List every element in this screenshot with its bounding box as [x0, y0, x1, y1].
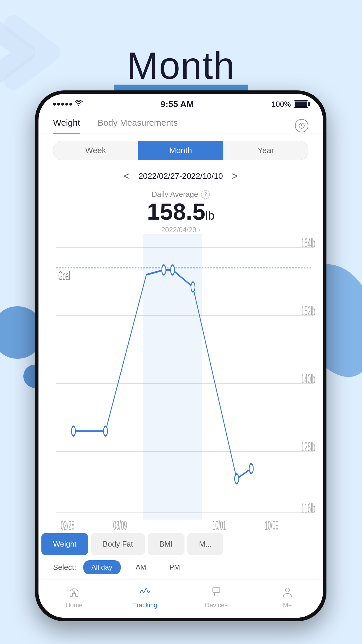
signal-dot-4	[65, 103, 68, 106]
select-pm[interactable]: PM	[161, 560, 188, 574]
svg-text:140lb: 140lb	[301, 371, 315, 386]
period-month-button[interactable]: Month	[138, 141, 223, 160]
page-title: Month	[127, 44, 235, 88]
battery-icon	[294, 100, 308, 108]
page-title-area: Month	[0, 44, 362, 93]
tracking-icon	[138, 584, 152, 599]
signal-dot-5	[69, 103, 72, 106]
signal-indicator	[53, 103, 72, 106]
nav-tracking[interactable]: Tracking	[110, 584, 181, 609]
date-prev-button[interactable]: <	[124, 170, 130, 182]
time-select-row: Select: All day AM PM	[38, 555, 323, 580]
period-year-button[interactable]: Year	[223, 141, 308, 160]
date-range-row: < 2022/02/27-2022/10/10 >	[38, 167, 323, 187]
svg-text:02/28: 02/28	[61, 518, 75, 532]
nav-home[interactable]: Home	[38, 584, 110, 609]
period-week-button[interactable]: Week	[53, 141, 138, 160]
svg-text:128lb: 128lb	[301, 440, 315, 455]
svg-point-0	[78, 105, 79, 106]
nav-devices[interactable]: Devices	[181, 584, 252, 609]
select-label: Select:	[53, 563, 76, 572]
me-icon	[280, 584, 295, 599]
home-icon	[67, 584, 81, 599]
nav-home-label: Home	[66, 601, 83, 609]
metric-tab-body-fat[interactable]: Body Fat	[91, 533, 145, 555]
nav-me-label: Me	[283, 601, 292, 609]
nav-devices-label: Devices	[205, 601, 228, 609]
weight-date-arrow[interactable]: ›	[198, 226, 200, 234]
daily-average-label: Daily Average ?	[53, 190, 308, 199]
svg-text:10/09: 10/09	[265, 518, 279, 532]
status-left	[53, 100, 83, 108]
svg-text:152lb: 152lb	[301, 303, 315, 318]
weight-value-display: 158.5lb	[53, 199, 308, 225]
svg-rect-14	[143, 234, 202, 519]
date-range-text: 2022/02/27-2022/10/10	[138, 172, 223, 181]
main-tab-bar: Weight Body Measurements	[38, 112, 323, 134]
metric-tab-weight[interactable]: Weight	[41, 533, 88, 555]
nav-tracking-label: Tracking	[133, 601, 157, 609]
weight-date-display: 2022/04/20 ›	[53, 226, 308, 234]
phone-screen: 9:55 AM 100% Weight Body Measurements	[38, 94, 323, 618]
svg-point-21	[249, 464, 253, 473]
help-icon[interactable]: ?	[201, 190, 210, 199]
status-right: 100%	[271, 100, 308, 109]
weight-chart: 164lb 152lb 140lb 128lb 116lb Goal	[38, 234, 323, 533]
svg-text:Goal: Goal	[58, 268, 70, 283]
select-allday[interactable]: All day	[83, 560, 121, 574]
svg-rect-26	[213, 588, 220, 592]
bottom-navigation: Home Tracking	[38, 580, 323, 618]
svg-point-20	[235, 474, 239, 484]
signal-dot-2	[57, 103, 60, 106]
nav-me[interactable]: Me	[252, 584, 323, 609]
svg-point-18	[171, 265, 175, 275]
signal-dot-1	[53, 103, 56, 106]
svg-point-19	[191, 282, 195, 292]
svg-point-17	[162, 265, 166, 275]
svg-point-16	[103, 426, 108, 436]
metric-tab-bmi[interactable]: BMI	[148, 533, 184, 555]
svg-point-30	[285, 588, 289, 592]
svg-rect-27	[215, 593, 218, 596]
status-time: 9:55 AM	[161, 99, 194, 109]
svg-point-15	[71, 426, 75, 436]
signal-dot-3	[61, 103, 64, 106]
select-am[interactable]: AM	[128, 560, 154, 574]
svg-text:164lb: 164lb	[301, 235, 315, 251]
history-icon[interactable]	[295, 119, 308, 132]
wifi-icon	[75, 100, 83, 108]
chart-svg: 164lb 152lb 140lb 128lb 116lb Goal	[38, 234, 323, 533]
stats-section: Daily Average ? 158.5lb 2022/04/20 ›	[38, 187, 323, 234]
svg-text:116lb: 116lb	[301, 501, 315, 516]
status-bar: 9:55 AM 100%	[38, 94, 323, 112]
tab-weight[interactable]: Weight	[53, 118, 80, 134]
metric-tab-bar: Weight Body Fat BMI M...	[38, 533, 323, 555]
phone-frame: 9:55 AM 100% Weight Body Measurements	[35, 90, 326, 621]
battery-percentage: 100%	[271, 100, 291, 109]
tab-body-measurements[interactable]: Body Measurements	[98, 118, 178, 134]
svg-text:10/01: 10/01	[212, 518, 226, 532]
metric-tab-more[interactable]: M...	[187, 533, 223, 555]
svg-text:03/09: 03/09	[113, 518, 127, 532]
date-next-button[interactable]: >	[232, 170, 238, 182]
period-selector: Week Month Year	[38, 134, 323, 167]
battery-fill	[295, 102, 307, 107]
devices-icon	[209, 584, 224, 599]
